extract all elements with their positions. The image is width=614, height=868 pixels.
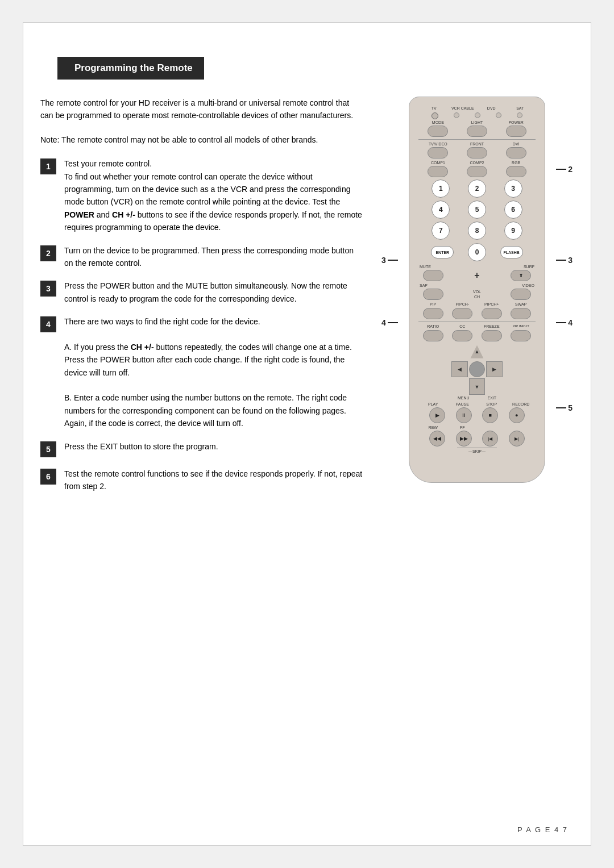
sap-button[interactable] [423, 289, 443, 300]
tv-dot[interactable] [432, 112, 438, 119]
rew-ff-row: ◀◀ ▶▶ |◀ ▶| [418, 431, 536, 446]
mode-dots-row [418, 112, 536, 119]
step-num-6: 6 [40, 469, 56, 485]
step-3: 3 Press the POWER button and the MUTE bu… [40, 279, 363, 305]
num-4-button[interactable]: 4 [432, 201, 450, 219]
vol-ch-labels: VOL CH [473, 290, 481, 299]
arrow-label-2: 2 [556, 165, 572, 174]
page-number: P A G E 4 7 [517, 825, 568, 834]
swap-button[interactable] [511, 308, 531, 319]
rgb-button[interactable] [506, 166, 526, 177]
pause-button[interactable]: ⏸ [456, 407, 472, 423]
tvvideo-front-dvi-row [418, 147, 536, 158]
step-1: 1 Test your remote control. To find out … [40, 157, 363, 233]
play-button[interactable]: ▶ [429, 407, 445, 423]
freeze-button[interactable] [482, 330, 502, 341]
step-5: 5 Press the EXIT button to store the pro… [40, 440, 363, 457]
front-button[interactable] [467, 147, 487, 158]
step-6: 6 Test the remote control functions to s… [40, 468, 363, 493]
num-2-button[interactable]: 2 [468, 180, 486, 198]
step-4: 4 There are two ways to find the right c… [40, 315, 363, 430]
record-button[interactable]: ● [509, 407, 525, 423]
skip-label: —SKIP— [457, 448, 497, 453]
num-1-button[interactable]: 1 [432, 180, 450, 198]
step-num-1: 1 [40, 158, 56, 174]
nav-empty-tr [486, 344, 503, 360]
remote-wrapper: 2 3 4 5 3 4 [392, 97, 562, 483]
flashback-button[interactable]: FLASHB [500, 246, 523, 258]
pip-buttons-row [418, 308, 536, 319]
mode-light-power-labels: MODE LIGHT POWER [418, 120, 536, 124]
sap-volch-video-row: VOL CH [418, 289, 536, 300]
step-text-4: There are two ways to find the right cod… [64, 315, 363, 430]
step-text-6: Test the remote control functions to see… [64, 468, 363, 493]
mode-labels: TV VCR CABLE DVD SAT [418, 106, 536, 110]
num-0-button[interactable]: 0 [468, 243, 486, 261]
step-num-4: 4 [40, 316, 56, 332]
arrow-label-3-right: 3 [556, 256, 572, 265]
pip-input-button[interactable] [511, 330, 531, 341]
next-skip-button[interactable]: ▶| [509, 431, 525, 446]
ratio-buttons-row [418, 330, 536, 341]
num-5-button[interactable]: 5 [468, 201, 486, 219]
right-column: 2 3 4 5 3 4 [380, 97, 574, 503]
comp2-button[interactable] [467, 166, 487, 177]
nav-empty-bl [451, 378, 468, 395]
dvd-dot[interactable] [496, 112, 501, 118]
step-text-5: Press the EXIT button to store the progr… [64, 440, 363, 453]
tvvideo-button[interactable] [428, 147, 448, 158]
stop-button[interactable]: ■ [482, 407, 498, 423]
num-8-button[interactable]: 8 [468, 222, 486, 240]
pipch-plus-button[interactable] [482, 308, 502, 319]
ratio-labels: RATIO CC FREEZE PIP INPUT [418, 324, 536, 328]
prev-skip-button[interactable]: |◀ [482, 431, 498, 446]
dvi-button[interactable] [506, 147, 526, 158]
nav-center-button[interactable] [469, 361, 486, 378]
enter-button[interactable]: ENTER [431, 246, 454, 258]
step-num-3: 3 [40, 281, 56, 297]
nav-right-button[interactable]: ▶ [486, 361, 503, 378]
ff-button[interactable]: ▶▶ [456, 431, 472, 446]
nav-up-button[interactable]: ▲ [469, 344, 486, 360]
pip-button[interactable] [423, 308, 443, 319]
nav-down-button[interactable]: ▼ [469, 378, 486, 395]
mode-button[interactable] [428, 126, 448, 137]
power-button[interactable] [506, 126, 526, 137]
plus-indicator: + [474, 270, 479, 281]
tvvideo-front-dvi-labels: TV/VIDEO FRONT DVI [418, 142, 536, 146]
num-9-button[interactable]: 9 [504, 222, 522, 240]
mute-button[interactable] [423, 270, 443, 281]
step-text-3: Press the POWER button and the MUTE butt… [64, 279, 363, 305]
page: Programming the Remote The remote contro… [23, 22, 591, 846]
left-column: The remote control for your HD receiver … [40, 97, 369, 503]
step-num-5: 5 [40, 441, 56, 457]
divider-1 [418, 139, 536, 140]
arrow-label-4-left: 4 [381, 318, 398, 327]
sat-dot[interactable] [517, 112, 522, 118]
video-button[interactable] [511, 289, 531, 300]
num-3-button[interactable]: 3 [504, 180, 522, 198]
vcr-dot[interactable] [454, 112, 459, 118]
nav-left-button[interactable]: ◀ [451, 361, 468, 378]
arrow-label-3-left: 3 [381, 256, 398, 265]
playback-labels: PLAY PAUSE STOP RECORD [418, 402, 536, 406]
num-6-button[interactable]: 6 [504, 201, 522, 219]
ratio-button[interactable] [423, 330, 443, 341]
rew-ff-labels: REW FF [418, 425, 536, 429]
cc-button[interactable] [452, 330, 472, 341]
cable-dot[interactable] [475, 112, 480, 118]
intro-paragraph2: Note: The remote control may not be able… [40, 133, 363, 146]
step-text-1: Test your remote control. To find out wh… [64, 157, 363, 233]
arrow-label-4-right: 4 [556, 318, 572, 327]
sap-video-labels: SAP VIDEO [418, 283, 536, 287]
surf-button[interactable]: ⬆ [511, 270, 531, 281]
num-7-button[interactable]: 7 [432, 222, 450, 240]
pipch-minus-button[interactable] [452, 308, 472, 319]
pip-labels: PIP PIPCH- PIPCH+ SWAP [418, 302, 536, 306]
light-button[interactable] [467, 126, 487, 137]
page-title: Programming the Remote [74, 62, 193, 73]
nav-area: ▲ ◀ ▶ ▼ MENU EXIT [418, 344, 536, 400]
rew-button[interactable]: ◀◀ [429, 431, 445, 446]
comp1-button[interactable] [428, 166, 448, 177]
page-header: Programming the Remote [57, 57, 204, 80]
